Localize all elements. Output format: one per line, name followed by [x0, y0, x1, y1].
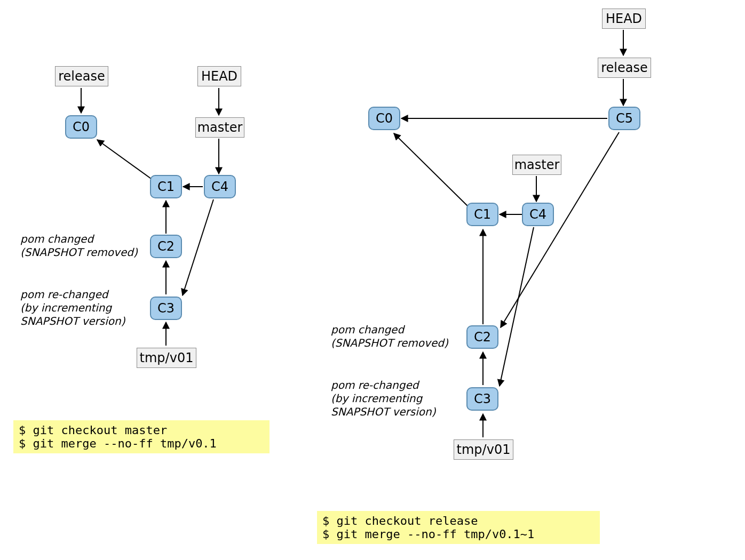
commit-c5-right: C5 — [608, 107, 640, 130]
ref-master-left: master — [195, 117, 244, 138]
commit-c1-right: C1 — [466, 203, 498, 226]
commit-c3-right: C3 — [466, 387, 498, 411]
commit-c4-left: C4 — [204, 175, 236, 198]
svg-line-3 — [97, 140, 155, 181]
command-box-right: $ git checkout release $ git merge --no-… — [317, 511, 600, 544]
ref-head-right: HEAD — [602, 9, 646, 29]
annotation-c2-right: pom changed (SNAPSHOT removed) — [331, 323, 448, 350]
svg-line-17 — [500, 227, 534, 386]
commit-c3-left: C3 — [150, 297, 182, 320]
commit-c0-right: C0 — [368, 107, 400, 130]
ref-tmp-right: tmp/v01 — [454, 439, 513, 460]
annotation-c2-left: pom changed (SNAPSHOT removed) — [20, 233, 138, 259]
svg-line-7 — [183, 199, 213, 295]
commit-c2-left: C2 — [150, 235, 182, 258]
ref-release-right: release — [598, 58, 651, 78]
edges-layer — [0, 0, 745, 560]
commit-c2-right: C2 — [466, 325, 498, 349]
svg-line-13 — [394, 133, 469, 207]
ref-head-left: HEAD — [197, 66, 241, 86]
annotation-c3-left: pom re-changed (by incrementing SNAPSHOT… — [20, 288, 125, 328]
ref-tmp-left: tmp/v01 — [137, 348, 196, 368]
ref-master-right: master — [512, 155, 561, 175]
command-box-left: $ git checkout master $ git merge --no-f… — [13, 420, 270, 453]
diagram-canvas: release HEAD master tmp/v01 C0 C1 C2 C3 … — [0, 0, 745, 560]
commit-c4-right: C4 — [522, 203, 554, 226]
annotation-c3-right: pom re-changed (by incrementing SNAPSHOT… — [331, 379, 436, 419]
commit-c1-left: C1 — [150, 175, 182, 198]
ref-release-left: release — [55, 66, 108, 86]
commit-c0-left: C0 — [65, 115, 97, 139]
